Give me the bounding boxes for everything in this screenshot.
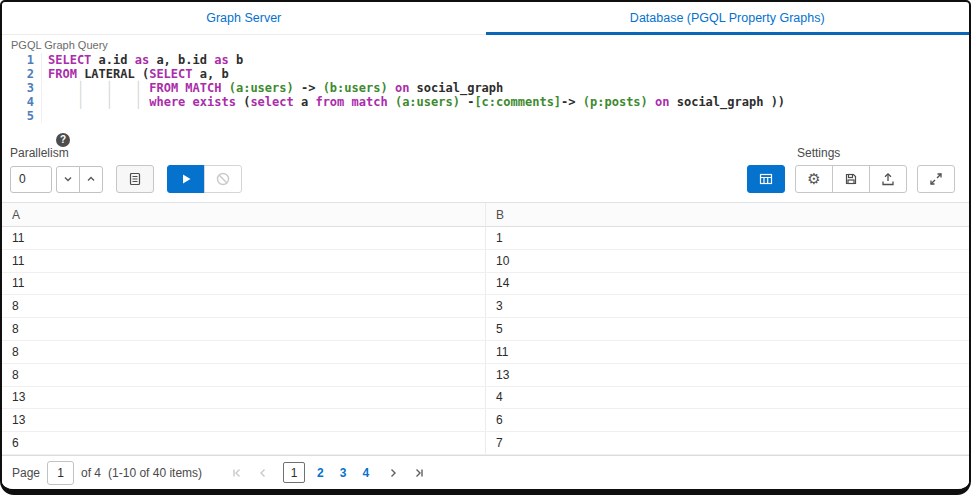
graph-query-panel: Graph Server Database (PGQL Property Gra… bbox=[0, 0, 971, 495]
help-row: ? bbox=[10, 129, 242, 146]
code-token: from match bbox=[315, 95, 387, 109]
page-number-link[interactable]: 3 bbox=[340, 466, 347, 480]
table-cell: 11 bbox=[485, 341, 969, 363]
tab-graph-server[interactable]: Graph Server bbox=[2, 2, 486, 34]
code-token: (a:users) bbox=[395, 95, 460, 109]
page-number-link[interactable]: 4 bbox=[362, 466, 369, 480]
cancel-query-button[interactable] bbox=[204, 165, 242, 193]
table-row[interactable]: 134 bbox=[2, 387, 969, 410]
line-number: 3 bbox=[10, 81, 42, 95]
run-controls-row bbox=[10, 165, 242, 193]
code-token: │ bbox=[135, 81, 142, 95]
expand-icon bbox=[928, 171, 944, 187]
table-row[interactable]: 813 bbox=[2, 364, 969, 387]
save-button[interactable] bbox=[832, 165, 870, 193]
table-row[interactable]: 811 bbox=[2, 341, 969, 364]
code-token: SELECT bbox=[149, 67, 192, 81]
next-page-icon bbox=[387, 467, 399, 479]
table-row[interactable]: 136 bbox=[2, 409, 969, 432]
settings-label: Settings bbox=[797, 146, 955, 160]
table-row[interactable]: 1114 bbox=[2, 273, 969, 296]
explain-plan-button[interactable] bbox=[116, 165, 154, 193]
column-header-a[interactable]: A bbox=[2, 203, 485, 226]
toolbar: ? Parallelism bbox=[2, 127, 969, 202]
stepper-up-button[interactable] bbox=[79, 166, 103, 193]
line-number: 2 bbox=[10, 67, 42, 81]
save-icon bbox=[843, 171, 859, 187]
help-icon[interactable]: ? bbox=[56, 133, 70, 147]
line-number: 1 bbox=[10, 53, 42, 67]
page-number-link[interactable]: 2 bbox=[317, 466, 324, 480]
stepper-down-button[interactable] bbox=[56, 166, 80, 193]
code-text[interactable]: │ │ │ FROM MATCH (a:users) -> (b:users) … bbox=[42, 81, 503, 95]
code-token bbox=[388, 81, 395, 95]
settings-gear-button[interactable]: ⚙ bbox=[795, 165, 833, 193]
code-line: 4 │ │ │ where exists (select a from matc… bbox=[10, 95, 961, 109]
table-row[interactable]: 1110 bbox=[2, 250, 969, 273]
line-number: 4 bbox=[10, 95, 42, 109]
table-row[interactable]: 67 bbox=[2, 432, 969, 455]
last-page-button[interactable] bbox=[406, 465, 432, 481]
page-nav: 1234 bbox=[224, 462, 432, 483]
settings-controls-row: ⚙ bbox=[747, 165, 955, 193]
previous-page-button[interactable] bbox=[250, 465, 276, 481]
code-token bbox=[84, 95, 106, 109]
upload-button[interactable] bbox=[869, 165, 907, 193]
table-cell: 8 bbox=[2, 295, 485, 317]
table-view-button[interactable] bbox=[747, 165, 785, 193]
code-text[interactable]: FROM LATERAL (SELECT a, b bbox=[42, 67, 229, 81]
code-token: FROM bbox=[48, 67, 77, 81]
next-page-button[interactable] bbox=[380, 465, 406, 481]
table-row[interactable]: 83 bbox=[2, 295, 969, 318]
table-row[interactable]: 111 bbox=[2, 227, 969, 250]
code-token: where exists bbox=[149, 95, 236, 109]
table-cell: 13 bbox=[485, 364, 969, 386]
code-token: social_graph bbox=[409, 81, 503, 95]
page-number-current[interactable]: 1 bbox=[283, 462, 305, 483]
code-token: b bbox=[229, 53, 243, 67]
page-links: 1234 bbox=[279, 462, 377, 483]
table-cell: 11 bbox=[2, 273, 485, 295]
page-input[interactable] bbox=[47, 461, 74, 485]
code-token: LATERAL ( bbox=[77, 67, 149, 81]
cancel-icon bbox=[215, 171, 231, 187]
code-token bbox=[388, 95, 395, 109]
code-text[interactable]: │ │ │ where exists (select a from match … bbox=[42, 95, 785, 109]
run-query-button[interactable] bbox=[167, 165, 205, 193]
code-token: │ bbox=[135, 95, 142, 109]
play-icon bbox=[179, 172, 193, 186]
chevron-up-icon bbox=[86, 174, 96, 184]
first-page-button[interactable] bbox=[224, 465, 250, 481]
table-cell: 10 bbox=[485, 250, 969, 272]
code-text[interactable]: SELECT a.id as a, b.id as b bbox=[42, 53, 243, 67]
table-cell: 13 bbox=[2, 387, 485, 409]
code-token: │ bbox=[106, 95, 113, 109]
code-token: social_graph )) bbox=[670, 95, 786, 109]
parallelism-stepper bbox=[56, 166, 103, 193]
column-header-b[interactable]: B bbox=[485, 203, 969, 226]
expand-button[interactable] bbox=[917, 165, 955, 193]
previous-page-icon bbox=[257, 467, 269, 479]
code-area[interactable]: 1SELECT a.id as a, b.id as b2FROM LATERA… bbox=[10, 53, 961, 123]
table-cell: 1 bbox=[485, 227, 969, 249]
table-icon bbox=[758, 171, 774, 187]
code-token bbox=[48, 95, 77, 109]
tab-graph-server-label: Graph Server bbox=[206, 11, 281, 25]
code-token: (b:users) bbox=[323, 81, 388, 95]
chevron-down-icon bbox=[63, 174, 73, 184]
parallelism-input[interactable] bbox=[10, 166, 52, 193]
code-text[interactable] bbox=[42, 109, 48, 123]
items-range-label: (1-10 of 40 items) bbox=[108, 466, 202, 480]
code-token: as bbox=[214, 53, 228, 67]
table-row[interactable]: 85 bbox=[2, 318, 969, 341]
tab-database-pgql[interactable]: Database (PGQL Property Graphs) bbox=[486, 2, 970, 34]
code-token: as bbox=[135, 53, 149, 67]
table-header: A B bbox=[2, 202, 969, 227]
code-line: 5 bbox=[10, 109, 961, 123]
table-cell: 3 bbox=[485, 295, 969, 317]
code-token: a, b.id bbox=[149, 53, 214, 67]
code-token: SELECT bbox=[48, 53, 91, 67]
parallelism-label: Parallelism bbox=[10, 146, 242, 160]
code-token: on bbox=[395, 81, 409, 95]
code-token: (a:users) bbox=[229, 81, 294, 95]
